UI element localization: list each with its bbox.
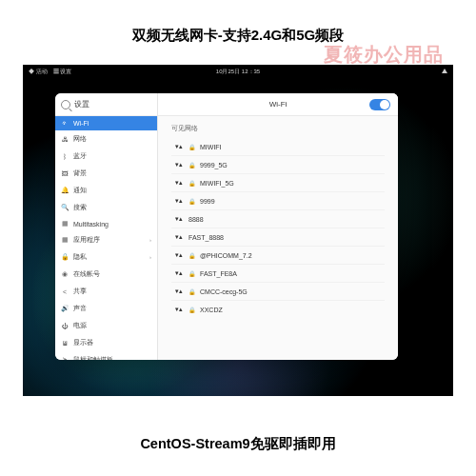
sidebar-item-12[interactable]: ⏻电源 <box>55 317 157 334</box>
lock-icon: 🔒 <box>188 307 194 313</box>
sidebar-item-icon: ᯤ <box>61 120 69 127</box>
sidebar-item-label: 电源 <box>73 321 87 330</box>
content-header: Wi-Fi <box>158 93 398 116</box>
sidebar-item-label: 应用程序 <box>73 235 100 245</box>
settings-window: 设置 ᯤWi-Fi🖧网络ᛒ蓝牙🖼背景🔔通知🔍搜索▦Multitasking▦应用… <box>55 93 398 360</box>
lock-icon: 🔒 <box>188 252 194 259</box>
network-item-8[interactable]: ▾▴🔒CMCC-cecg-5G <box>171 283 385 301</box>
sidebar-item-1[interactable]: 🖧网络 <box>55 130 157 148</box>
network-name: 9999_5G <box>200 162 228 169</box>
network-item-7[interactable]: ▾▴🔒FAST_FE8A <box>171 265 385 283</box>
sidebar-title: 设置 <box>74 99 89 109</box>
network-name: FAST_8888 <box>188 234 224 241</box>
network-name: 9999 <box>200 198 215 205</box>
network-item-3[interactable]: ▾▴🔒9999 <box>171 192 385 210</box>
lock-icon: 🔒 <box>188 288 194 295</box>
network-item-4[interactable]: ▾▴8888 <box>171 210 385 228</box>
network-item-1[interactable]: ▾▴🔒9999_5G <box>171 156 385 174</box>
search-icon[interactable] <box>61 100 70 109</box>
lock-icon: 🔒 <box>188 162 194 169</box>
sidebar-item-icon: ◉ <box>61 270 69 278</box>
network-item-5[interactable]: ▾▴FAST_8888 <box>171 228 385 247</box>
section-label: 可见网络 <box>171 124 385 133</box>
sidebar-item-9[interactable]: ◉在线帐号 <box>55 266 157 283</box>
lock-icon: 🔒 <box>188 144 194 150</box>
sidebar-item-icon: < <box>61 288 69 295</box>
network-list: ▾▴🔒MIWIFI▾▴🔒9999_5G▾▴🔒MIWIFI_5G▾▴🔒9999▾▴… <box>171 138 385 318</box>
desktop-screenshot: ◆ 活动 ☰ 设置 10月25日 12：35 设置 ᯤWi-Fi🖧网络ᛒ蓝牙🖼背… <box>23 65 453 396</box>
sidebar-header: 设置 <box>55 93 157 116</box>
sidebar-item-icon: 🔊 <box>61 305 69 312</box>
wifi-signal-icon: ▾▴ <box>175 215 183 223</box>
network-name: CMCC-cecg-5G <box>200 288 248 295</box>
network-item-2[interactable]: ▾▴🔒MIWIFI_5G <box>171 174 385 192</box>
lock-icon: 🔒 <box>188 198 194 205</box>
sidebar-item-icon: 🔔 <box>61 187 69 194</box>
wifi-signal-icon: ▾▴ <box>175 251 183 259</box>
sidebar-item-label: 网络 <box>73 134 87 144</box>
sidebar-item-7[interactable]: ▦应用程序› <box>55 231 157 248</box>
sidebar-item-icon: 🔍 <box>61 204 69 211</box>
sidebar-item-icon: ▦ <box>61 236 69 244</box>
watermark-text: 夏筱办公用品 <box>324 42 444 68</box>
sidebar-item-11[interactable]: 🔊声音 <box>55 300 157 317</box>
chevron-right-icon: › <box>149 254 151 260</box>
wifi-signal-icon: ▾▴ <box>175 197 183 205</box>
sidebar-item-icon: 🖥 <box>61 340 69 347</box>
sidebar-item-6[interactable]: ▦Multitasking <box>55 216 157 231</box>
sidebar-item-icon: 🖰 <box>61 357 69 361</box>
wifi-signal-icon: ▾▴ <box>175 233 183 241</box>
sidebar-list: ᯤWi-Fi🖧网络ᛒ蓝牙🖼背景🔔通知🔍搜索▦Multitasking▦应用程序›… <box>55 116 157 360</box>
network-item-6[interactable]: ▾▴🔒@PHICOMM_7.2 <box>171 247 385 265</box>
sidebar-item-label: 搜索 <box>73 203 87 212</box>
wifi-signal-icon: ▾▴ <box>175 306 183 313</box>
sidebar-item-5[interactable]: 🔍搜索 <box>55 199 157 216</box>
network-item-0[interactable]: ▾▴🔒MIWIFI <box>171 138 385 156</box>
caption-bottom: CentOS-Stream9免驱即插即用 <box>0 435 476 453</box>
content-title: Wi-Fi <box>269 100 288 109</box>
network-name: FAST_FE8A <box>200 270 237 277</box>
app-menu[interactable]: ☰ 设置 <box>53 68 72 76</box>
sidebar-item-icon: ⏻ <box>61 323 69 329</box>
network-name: 8888 <box>188 216 204 223</box>
network-item-9[interactable]: ▾▴🔒XXCDZ <box>171 301 385 318</box>
sidebar-item-label: 显示器 <box>73 338 93 347</box>
content-body: 可见网络 ▾▴🔒MIWIFI▾▴🔒9999_5G▾▴🔒MIWIFI_5G▾▴🔒9… <box>158 116 398 326</box>
wifi-signal-icon: ▾▴ <box>175 161 183 169</box>
sidebar-item-icon: ᛒ <box>61 153 69 160</box>
sidebar-item-2[interactable]: ᛒ蓝牙 <box>55 148 157 165</box>
sidebar-item-label: 在线帐号 <box>73 269 100 279</box>
sidebar-item-14[interactable]: 🖰鼠标和触摸板 <box>55 351 157 360</box>
network-name: MIWIFI <box>200 144 222 150</box>
sidebar-item-icon: ▦ <box>61 220 69 228</box>
sidebar-item-4[interactable]: 🔔通知 <box>55 182 157 199</box>
sidebar-item-icon: 🖼 <box>61 170 69 177</box>
network-name: MIWIFI_5G <box>200 180 234 187</box>
sidebar-item-label: 鼠标和触摸板 <box>73 355 113 360</box>
network-name: XXCDZ <box>200 307 223 313</box>
activities-button[interactable]: ◆ 活动 <box>29 68 48 76</box>
content-pane: Wi-Fi 可见网络 ▾▴🔒MIWIFI▾▴🔒9999_5G▾▴🔒MIWIFI_… <box>158 93 398 360</box>
sidebar-item-0[interactable]: ᯤWi-Fi <box>55 116 157 130</box>
sidebar-item-label: Wi-Fi <box>73 120 89 127</box>
sidebar-item-label: 声音 <box>73 304 87 313</box>
sidebar-item-label: Multitasking <box>73 221 109 228</box>
sidebar-item-label: 共享 <box>73 287 87 296</box>
wifi-signal-icon: ▾▴ <box>175 179 183 187</box>
settings-sidebar: 设置 ᯤWi-Fi🖧网络ᛒ蓝牙🖼背景🔔通知🔍搜索▦Multitasking▦应用… <box>55 93 158 360</box>
sidebar-item-10[interactable]: <共享 <box>55 283 157 300</box>
sidebar-item-13[interactable]: 🖥显示器 <box>55 334 157 351</box>
sidebar-item-label: 背景 <box>73 169 87 178</box>
network-name: @PHICOMM_7.2 <box>200 252 252 259</box>
wifi-signal-icon: ▾▴ <box>175 143 183 150</box>
wifi-signal-icon: ▾▴ <box>175 269 183 277</box>
clock[interactable]: 10月25日 12：35 <box>216 68 260 76</box>
sidebar-item-label: 通知 <box>73 186 87 195</box>
sidebar-item-8[interactable]: 🔒隐私› <box>55 248 157 266</box>
wifi-toggle[interactable] <box>369 99 390 110</box>
sidebar-item-3[interactable]: 🖼背景 <box>55 165 157 182</box>
wifi-signal-icon: ▾▴ <box>175 288 183 295</box>
system-tray[interactable] <box>442 69 447 74</box>
sidebar-item-label: 隐私 <box>73 252 87 262</box>
lock-icon: 🔒 <box>188 270 194 277</box>
